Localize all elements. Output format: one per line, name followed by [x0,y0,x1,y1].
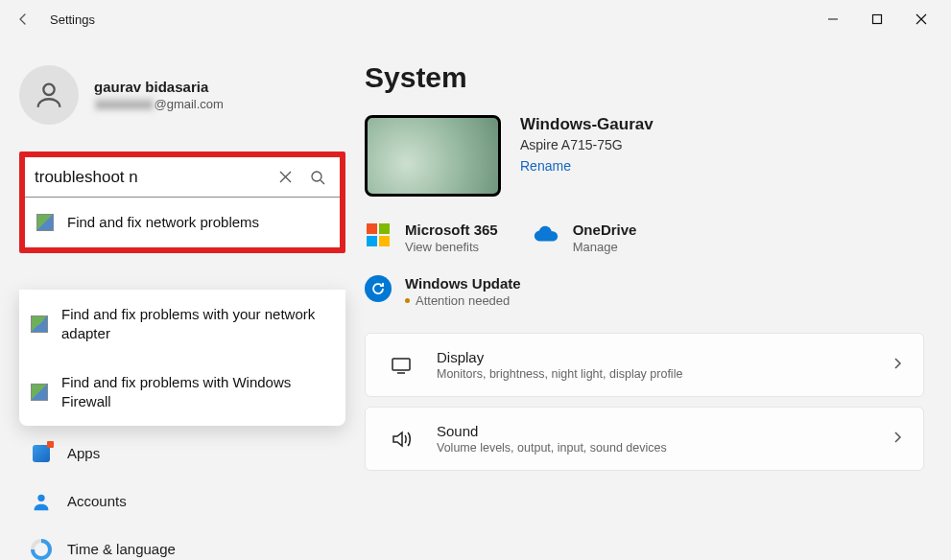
search-result[interactable]: Find and fix problems with your network … [19,290,345,358]
svg-line-4 [321,180,324,184]
onedrive-cloud-icon [533,222,559,248]
close-window-button[interactable] [899,4,943,35]
time-language-icon [31,539,52,560]
troubleshoot-icon [36,214,54,231]
sidebar-item-time-language[interactable]: Time & language [19,525,345,561]
windows-update-tile[interactable]: Windows Update Attention needed [365,275,924,308]
search-results-dropdown: Find and fix problems with your network … [19,290,345,426]
svg-rect-1 [873,15,882,24]
device-name: Windows-Gaurav [520,115,654,134]
account-profile[interactable]: gaurav bidasaria xxxxxxxxx@gmail.com [19,65,345,125]
search-icon[interactable] [305,165,330,190]
microsoft-365-tile[interactable]: Microsoft 365 View benefits [365,222,498,254]
sound-icon [385,428,417,451]
svg-point-3 [312,172,321,181]
search-result[interactable]: Find and fix network problems [25,198,340,247]
attention-dot-icon [405,298,410,303]
minimize-button[interactable] [811,4,855,35]
search-input[interactable] [35,168,265,187]
device-model: Aspire A715-75G [520,137,654,152]
search-region-highlight: Find and fix network problems [19,152,345,253]
update-status: Attention needed [405,293,521,308]
avatar [19,65,79,125]
sidebar-item-accounts[interactable]: Accounts [19,478,345,525]
clear-search-icon[interactable] [273,165,297,190]
accounts-icon [31,491,52,512]
device-wallpaper-thumb[interactable] [365,115,501,197]
page-title: System [365,61,924,94]
troubleshoot-icon [31,384,48,401]
back-button[interactable] [8,4,38,35]
chevron-right-icon [891,431,904,447]
chevron-right-icon [891,357,904,373]
window-title: Settings [50,12,95,27]
settings-card-display[interactable]: Display Monitors, brightness, night ligh… [365,333,924,397]
troubleshoot-icon [31,315,48,333]
apps-icon [33,445,50,462]
rename-device-link[interactable]: Rename [520,158,654,174]
search-result[interactable]: Find and fix problems with Windows Firew… [19,358,345,426]
svg-point-5 [37,494,44,501]
svg-rect-6 [392,359,410,370]
profile-email: xxxxxxxxx@gmail.com [94,97,224,111]
profile-name: gaurav bidasaria [94,79,224,95]
settings-card-sound[interactable]: Sound Volume levels, output, input, soun… [365,407,924,471]
svg-point-2 [43,84,54,95]
onedrive-tile[interactable]: OneDrive Manage [533,222,637,254]
maximize-button[interactable] [855,4,899,35]
sidebar-item-apps[interactable]: Apps [19,430,345,478]
display-icon [385,354,417,377]
microsoft-logo-icon [365,222,392,248]
windows-update-icon [365,275,392,302]
